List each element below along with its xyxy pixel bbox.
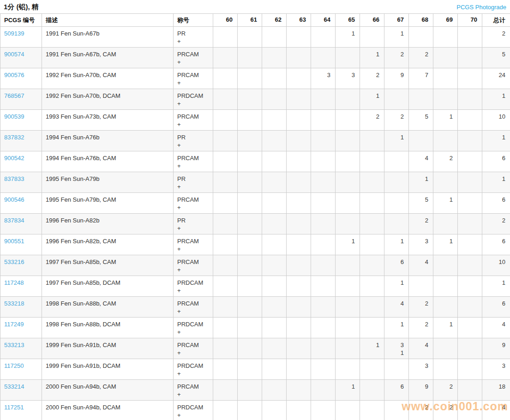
pcgs-number-link[interactable]: 533218: [4, 300, 24, 307]
grade-61-cell: [238, 214, 262, 234]
grade-65-cell: 1: [336, 27, 360, 48]
grade-62-cell: [262, 68, 287, 89]
table-row: 8378331995 Fen Sun-A79bPR+11: [0, 172, 510, 193]
grade-68-cell: 5: [409, 193, 433, 214]
grade-67-cell: 4: [384, 297, 409, 318]
grade-67-cell: 1: [384, 276, 409, 297]
grade-60-cell: [213, 110, 238, 131]
pcgs-number-link[interactable]: 117248: [4, 279, 24, 286]
designation-cell: PRCAM+: [174, 234, 213, 255]
pcgs-number-cell: 900574: [0, 48, 42, 68]
grade-62-cell: [262, 110, 287, 131]
column-header-67: 67: [384, 14, 409, 27]
designation-cell: PRCAM+: [174, 255, 213, 276]
grade-69-cell: 1: [433, 234, 458, 255]
grade-62-cell: [262, 234, 287, 255]
total-cell: 9: [482, 338, 510, 359]
designation-cell: PRCAM+: [174, 338, 213, 359]
pcgs-number-link[interactable]: 900551: [4, 238, 24, 245]
grade-68-cell: 3: [409, 359, 433, 380]
designation-cell: PRDCAM+: [174, 276, 213, 297]
total-cell: 2: [482, 214, 510, 234]
description-cell: 1999 Fen Sun-A91b, CAM: [42, 338, 174, 359]
pcgs-number-link[interactable]: 533213: [4, 342, 24, 348]
pcgs-number-cell: 533218: [0, 297, 42, 318]
designation-cell: PR+: [174, 27, 213, 48]
pcgs-number-link[interactable]: 768567: [4, 92, 24, 99]
grade-64-cell: [311, 297, 336, 318]
pcgs-number-link[interactable]: 900546: [4, 196, 24, 203]
grade-69-cell: [433, 27, 458, 48]
grade-60-cell: [213, 380, 238, 401]
grade-60-cell: [213, 255, 238, 276]
grade-61-cell: [238, 151, 262, 172]
grade-63-cell: [287, 338, 311, 359]
description-cell: 1991 Fen Sun-A67b, CAM: [42, 48, 174, 68]
pcgs-number-link[interactable]: 900574: [4, 51, 24, 58]
pcgs-number-cell: 117249: [0, 318, 42, 338]
description-cell: 2000 Fen Sun-A94b, CAM: [42, 380, 174, 401]
total-cell: 6: [482, 151, 510, 172]
column-header-66: 66: [360, 14, 384, 27]
pcgs-photograde-link[interactable]: PCGS Photograde: [456, 4, 506, 11]
column-header-68: 68: [409, 14, 433, 27]
grade-70-cell: [458, 255, 482, 276]
grade-65-cell: [336, 172, 360, 193]
grade-66-cell: 1: [360, 338, 384, 359]
column-header-65: 65: [336, 14, 360, 27]
table-row: 9005461995 Fen Sun-A79b, CAMPRCAM+516: [0, 193, 510, 214]
grade-68-cell: 7: [409, 68, 433, 89]
grade-65-cell: [336, 359, 360, 380]
grade-70-cell: [458, 401, 482, 420]
grade-69-cell: [433, 214, 458, 234]
grade-62-cell: [262, 27, 287, 48]
grade-61-cell: [238, 255, 262, 276]
pcgs-number-link[interactable]: 900576: [4, 72, 24, 78]
table-row: 5332161997 Fen Sun-A85b, CAMPRCAM+6410: [0, 255, 510, 276]
grade-68-cell: 2: [409, 401, 433, 420]
pcgs-number-link[interactable]: 837833: [4, 175, 24, 182]
grade-66-cell: [360, 401, 384, 420]
grade-62-cell: [262, 151, 287, 172]
grade-63-cell: [287, 318, 311, 338]
grade-67-cell: [384, 214, 409, 234]
grade-66-cell: [360, 151, 384, 172]
table-row: 8378341996 Fen Sun-A82bPR+22: [0, 214, 510, 234]
grade-64-cell: [311, 234, 336, 255]
pcgs-number-link[interactable]: 900542: [4, 155, 24, 162]
pcgs-number-link[interactable]: 837832: [4, 134, 24, 141]
grade-60-cell: [213, 89, 238, 110]
grade-67-cell: 1: [384, 234, 409, 255]
grade-61-cell: [238, 297, 262, 318]
pcgs-number-link[interactable]: 117250: [4, 362, 24, 369]
grade-67-cell: 2: [384, 48, 409, 68]
grade-62-cell: [262, 318, 287, 338]
pcgs-number-link[interactable]: 837834: [4, 217, 24, 224]
column-header-designation: 称号: [174, 14, 213, 27]
grade-61-cell: [238, 193, 262, 214]
pcgs-number-cell: 533213: [0, 338, 42, 359]
total-cell: 6: [482, 234, 510, 255]
grade-64-cell: [311, 27, 336, 48]
pcgs-number-link[interactable]: 117249: [4, 321, 24, 328]
table-row: 1172481997 Fen Sun-A85b, DCAMPRDCAM+11: [0, 276, 510, 297]
description-cell: 2000 Fen Sun-A94b, DCAM: [42, 401, 174, 420]
table-row: 5332131999 Fen Sun-A91b, CAMPRCAM+13149: [0, 338, 510, 359]
grade-60-cell: [213, 151, 238, 172]
pcgs-number-link[interactable]: 533214: [4, 383, 24, 390]
pcgs-number-link[interactable]: 509139: [4, 30, 24, 37]
pcgs-number-link[interactable]: 533216: [4, 258, 24, 265]
pcgs-number-link[interactable]: 117251: [4, 404, 24, 411]
designation-cell: PRDCAM+: [174, 318, 213, 338]
grade-62-cell: [262, 172, 287, 193]
grade-67-cell: [384, 359, 409, 380]
grade-65-cell: [336, 110, 360, 131]
grade-65-cell: [336, 338, 360, 359]
grade-63-cell: [287, 110, 311, 131]
grade-64-cell: [311, 131, 336, 151]
grade-69-cell: [433, 276, 458, 297]
grade-70-cell: [458, 151, 482, 172]
pcgs-number-link[interactable]: 900539: [4, 113, 24, 120]
grade-67-cell: 2: [384, 110, 409, 131]
grade-67-cell: [384, 401, 409, 420]
